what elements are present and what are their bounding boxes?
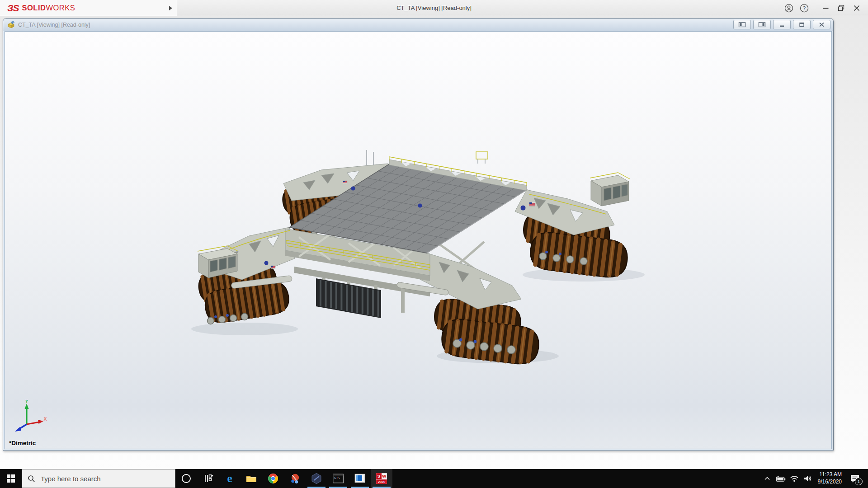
battery-icon [775,473,786,484]
taskbar: e C:\ [0,469,868,488]
triad-x-label: X [43,416,47,422]
file-explorer-icon [245,472,258,485]
taskbar-clock[interactable]: 11:23 AM 9/16/2020 [815,471,845,485]
wifi-icon [789,473,800,484]
tray-volume-button[interactable] [801,469,815,488]
close-button[interactable] [849,1,864,15]
doc-minimize-button[interactable] [773,20,791,29]
cab-rear-right [590,173,630,206]
app-titlebar: ЗS SOLIDWORKS CT_TA [Viewing] [Read-only… [0,0,868,16]
solidworks-app-icon: S W 2020 [375,472,388,485]
taskbar-capture-tool-button[interactable] [284,469,306,488]
chrome-icon [267,472,279,485]
show-right-pane-button[interactable] [753,20,771,29]
clock-time: 11:23 AM [818,471,842,479]
doc-restore-button[interactable] [793,20,811,29]
document-window: CT_TA [Viewing] [Read-only] [3,18,834,451]
hexagon-app-icon [310,472,323,485]
mdi-client-area: CT_TA [Viewing] [Read-only] [0,16,868,469]
document-titlebar: CT_TA [Viewing] [Read-only] [3,19,833,31]
taskbar-file-explorer-button[interactable] [241,469,262,488]
taskbar-task-view-button[interactable] [197,469,219,488]
action-center-button[interactable]: 1 [845,469,865,488]
system-tray: 11:23 AM 9/16/2020 1 [760,469,868,488]
edge-icon: e [223,472,236,485]
solidworks-3ds-glyph: ЗS [7,3,19,14]
brand-solid: SOLID [22,4,46,12]
tray-battery-button[interactable] [774,469,788,488]
brand-works: WORKS [46,4,75,12]
taskbar-edge-button[interactable]: e [219,469,241,488]
taskbar-window-app-button[interactable] [349,469,371,488]
document-window-controls [733,20,830,29]
taskbar-cortana-button[interactable] [175,469,197,488]
capture-tool-icon [288,472,301,485]
view-orientation-label: *Dimetric [9,440,36,446]
svg-text:e: e [227,472,232,484]
tray-network-button[interactable] [788,469,801,488]
window-app-icon [354,472,366,485]
orientation-triad: Y X [12,400,47,435]
search-input[interactable] [40,474,168,483]
command-prompt-icon: C:\ [332,472,344,485]
restore-button[interactable] [834,1,849,15]
doc-close-button[interactable] [813,20,830,29]
svg-text:?: ? [803,5,806,10]
triad-y-label: Y [25,400,28,404]
tray-chevron-button[interactable] [760,469,774,488]
minimize-button[interactable] [818,1,834,15]
solidworks-logo: ЗS SOLIDWORKS [0,0,177,16]
taskbar-command-prompt-button[interactable]: C:\ [327,469,349,488]
app-window-controls: ? [781,0,864,16]
screen: ЗS SOLIDWORKS CT_TA [Viewing] [Read-only… [0,0,868,488]
start-button[interactable] [0,469,22,488]
svg-text:C:\: C:\ [334,476,340,480]
svg-text:W: W [382,474,387,479]
taskbar-solidworks-button[interactable]: S W 2020 [371,469,392,488]
taskbar-chrome-button[interactable] [262,469,284,488]
cortana-icon [180,473,192,484]
account-icon[interactable] [781,1,797,15]
show-left-pane-button[interactable] [733,20,751,29]
speaker-icon [802,473,813,484]
document-title: CT_TA [Viewing] [Read-only] [18,22,733,28]
notification-badge: 1 [855,478,863,485]
crawler-transporter-model [5,32,832,449]
svg-text:2020: 2020 [378,480,386,484]
help-icon[interactable]: ? [797,1,812,15]
clock-date: 9/16/2020 [818,479,842,486]
taskbar-search[interactable] [22,469,175,488]
assembly-document-icon [7,21,15,28]
graphics-viewport[interactable]: Y X *Dimetric [5,31,832,449]
svg-text:S: S [377,474,381,479]
chevron-up-icon [762,474,772,483]
menu-flyout-arrow-icon[interactable] [169,6,172,10]
taskbar-hexagon-app-button[interactable] [306,469,327,488]
search-icon [28,475,35,483]
task-view-icon [202,473,214,484]
app-window-title: CT_TA [Viewing] [Read-only] [396,0,472,16]
